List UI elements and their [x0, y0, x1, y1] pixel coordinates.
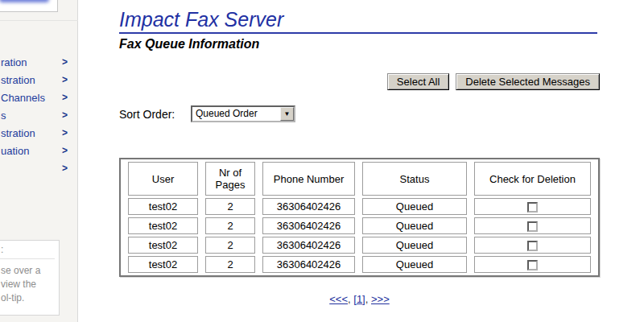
chevron-right-icon: >	[62, 92, 68, 103]
phone-cell: 36306402426	[262, 237, 355, 254]
chevron-right-icon: >	[62, 109, 68, 121]
info-text-line: view the	[1, 278, 59, 291]
dropdown-arrow-button[interactable]: ▼	[280, 107, 294, 121]
chevron-right-icon: >	[62, 56, 68, 68]
table-row: test02236306402426Queued	[128, 198, 591, 215]
chevron-right-icon: >	[62, 145, 68, 156]
check-cell	[474, 217, 591, 234]
info-box-heading: :	[1, 244, 59, 255]
pages-cell: 2	[205, 237, 255, 254]
deletion-checkbox[interactable]	[527, 221, 538, 232]
sidebar: ration>stration>Channels>s>stration>uati…	[0, 0, 78, 322]
info-box-text: se over aview theol-tip.	[1, 264, 59, 305]
sidebar-item[interactable]: uation>	[0, 142, 78, 160]
sidebar-item[interactable]: s>	[0, 107, 78, 125]
user-cell: test02	[128, 217, 198, 234]
info-box-divider	[0, 258, 55, 259]
phone-cell: 36306402426	[262, 217, 355, 234]
status-cell: Queued	[362, 256, 467, 273]
table-row: test02236306402426Queued	[128, 237, 591, 254]
logo-image	[0, 0, 49, 2]
pages-cell: 2	[205, 256, 255, 273]
user-cell: test02	[128, 237, 198, 254]
column-header: Check for Deletion	[474, 162, 591, 196]
sidebar-item-label: s	[1, 109, 6, 122]
column-header: User	[128, 162, 198, 196]
sidebar-divider	[0, 20, 78, 21]
action-buttons: Select All Delete Selected Messages	[0, 73, 600, 90]
deletion-checkbox[interactable]	[527, 202, 538, 213]
check-cell	[474, 256, 591, 273]
fax-queue-table: UserNr of PagesPhone NumberStatusCheck f…	[119, 158, 600, 277]
column-header: Status	[362, 162, 467, 196]
sidebar-item[interactable]: stration>	[0, 125, 78, 142]
sort-order-label: Sort Order:	[119, 108, 175, 121]
pages-cell: 2	[205, 217, 255, 234]
phone-cell: 36306402426	[262, 256, 355, 273]
deletion-checkbox[interactable]	[527, 241, 538, 251]
user-cell: test02	[128, 198, 198, 215]
delete-selected-button[interactable]: Delete Selected Messages	[456, 73, 600, 90]
status-cell: Queued	[362, 198, 467, 215]
deletion-checkbox[interactable]	[527, 260, 538, 270]
sort-order-select[interactable]: Queued Order ▼	[191, 105, 295, 122]
pages-cell: 2	[205, 198, 255, 215]
table-row: test02236306402426Queued	[128, 256, 591, 273]
chevron-right-icon: >	[62, 163, 68, 174]
phone-cell: 36306402426	[262, 198, 355, 215]
user-cell: test02	[128, 256, 198, 273]
page: ration>stration>Channels>s>stration>uati…	[0, 0, 644, 322]
pagination-prev-link[interactable]: <<<	[329, 293, 348, 305]
logo	[0, 0, 58, 12]
chevron-down-icon: ▼	[284, 111, 291, 118]
page-subtitle: Fax Queue Information	[119, 37, 259, 52]
sidebar-item-label: ration	[1, 56, 27, 68]
table-row: test02236306402426Queued	[128, 217, 591, 234]
check-cell	[474, 237, 591, 254]
sidebar-item-label: stration	[1, 127, 35, 139]
sidebar-item[interactable]: ration>	[0, 54, 78, 72]
tooltip-info-box: : se over aview theol-tip.	[0, 240, 60, 316]
chevron-right-icon: >	[62, 127, 68, 138]
pagination-next-link[interactable]: >>>	[371, 293, 390, 305]
page-title: Impact Fax Server	[119, 8, 283, 31]
pagination: <<<, [1], >>>	[119, 293, 600, 305]
pagination-separator: ,	[365, 293, 371, 305]
info-text-line: ol-tip.	[1, 291, 59, 305]
status-cell: Queued	[362, 217, 467, 234]
sidebar-item-label: Channels	[1, 92, 45, 104]
status-cell: Queued	[362, 237, 467, 254]
column-header: Phone Number	[262, 162, 355, 196]
table-header-row: UserNr of PagesPhone NumberStatusCheck f…	[128, 162, 591, 196]
sort-order-selected-value: Queued Order	[196, 108, 258, 119]
column-header: Nr of Pages	[205, 162, 255, 196]
sidebar-item-label: uation	[1, 145, 29, 157]
select-all-button[interactable]: Select All	[387, 73, 449, 90]
check-cell	[474, 198, 591, 215]
sidebar-item[interactable]: Channels>	[0, 89, 78, 107]
title-rule	[119, 32, 597, 34]
sidebar-item[interactable]: >	[0, 160, 78, 178]
info-text-line: se over a	[1, 264, 59, 278]
